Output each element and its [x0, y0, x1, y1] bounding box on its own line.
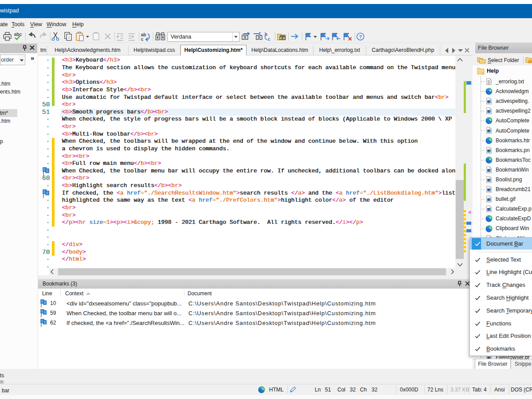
svg-text:c: c: [141, 37, 144, 42]
svg-text:Verdana: Verdana: [171, 34, 192, 40]
svg-text:?: ?: [359, 34, 362, 39]
svg-text:c: c: [268, 37, 270, 42]
svg-text:abc: abc: [14, 32, 22, 37]
